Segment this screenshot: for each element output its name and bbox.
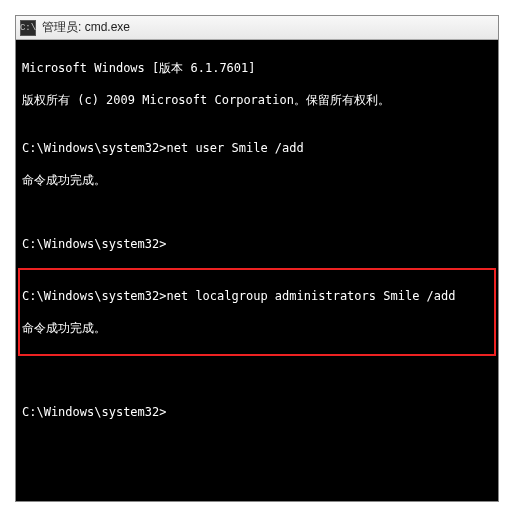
window-title: 管理员: cmd.exe xyxy=(42,19,130,36)
command-line-1: C:\Windows\system32>net user Smile /add xyxy=(22,140,492,156)
terminal-area[interactable]: Microsoft Windows [版本 6.1.7601] 版权所有 (c)… xyxy=(16,40,498,501)
copyright-line: 版权所有 (c) 2009 Microsoft Corporation。保留所有… xyxy=(22,92,492,108)
titlebar[interactable]: C:\ 管理员: cmd.exe xyxy=(16,16,498,40)
prompt: C:\Windows\system32> xyxy=(22,141,167,155)
prompt-line-4: C:\Windows\system32> xyxy=(22,404,492,420)
result-line-1: 命令成功完成。 xyxy=(22,172,492,188)
prompt-line-2: C:\Windows\system32> xyxy=(22,236,492,252)
highlighted-command: C:\Windows\system32>net localgroup admin… xyxy=(18,268,496,356)
prompt: C:\Windows\system32> xyxy=(22,289,167,303)
cmd-window: C:\ 管理员: cmd.exe Microsoft Windows [版本 6… xyxy=(15,15,499,502)
command-text: net localgroup administrators Smile /add xyxy=(167,289,456,303)
version-line: Microsoft Windows [版本 6.1.7601] xyxy=(22,60,492,76)
result-line-3: 命令成功完成。 xyxy=(22,320,492,336)
command-line-3: C:\Windows\system32>net localgroup admin… xyxy=(22,288,492,304)
command-text: net user Smile /add xyxy=(167,141,304,155)
cmd-icon: C:\ xyxy=(20,20,36,36)
